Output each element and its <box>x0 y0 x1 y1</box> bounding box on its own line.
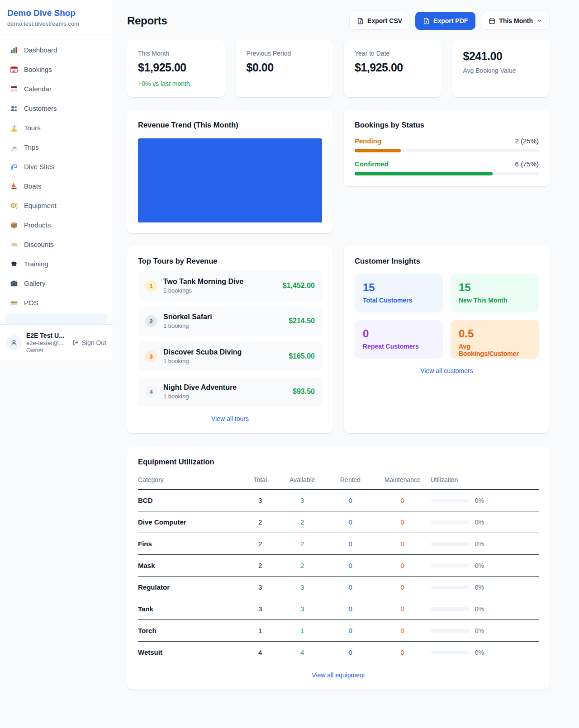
sidebar-item-equipment[interactable]: Equipment <box>5 197 107 214</box>
export-pdf-button[interactable]: Export PDF <box>415 12 475 30</box>
package-icon <box>10 221 18 229</box>
column-header: Utilization <box>431 473 539 490</box>
utilization-percent: 0% <box>475 519 484 526</box>
sidebar-item-label: Discounts <box>24 241 54 248</box>
sidebar-item-label: Dashboard <box>24 46 57 54</box>
page-header: Reports Export CSV Export PDF This Month <box>127 12 550 30</box>
cell-maintenance: 0 <box>375 490 431 511</box>
sailboat-icon <box>10 182 18 190</box>
user-role: Owner <box>26 347 68 354</box>
cell-total: 3 <box>242 577 278 598</box>
credit-card-icon <box>10 299 18 307</box>
graduation-cap-icon <box>10 260 18 268</box>
sidebar-item-products[interactable]: Products <box>5 217 107 233</box>
cell-category: Mask <box>138 555 242 577</box>
cell-rented: 0 <box>326 511 374 533</box>
sidebar-item-customers[interactable]: Customers <box>5 100 107 117</box>
chevron-down-icon <box>536 18 542 24</box>
cell-available: 4 <box>278 642 326 663</box>
tour-row: 1 Two Tank Morning Dive5 bookings $1,452… <box>138 271 322 301</box>
user-panel: E2E Test U... e2e-tester@... Owner Sign … <box>0 324 113 360</box>
revenue-trend-title: Revenue Trend (This Month) <box>138 121 322 129</box>
utilization-percent: 0% <box>475 584 484 591</box>
wave-icon <box>10 163 18 171</box>
tour-revenue: $1,452.00 <box>283 282 315 290</box>
sidebar-item-label: Training <box>24 260 48 268</box>
cell-rented: 0 <box>326 490 374 511</box>
status-value: 2 (25%) <box>515 137 539 145</box>
sign-out-button[interactable]: Sign Out <box>72 339 106 346</box>
period-dropdown[interactable]: This Month <box>481 12 550 30</box>
view-all-tours-link[interactable]: View all tours <box>138 415 322 422</box>
utilization-percent: 0% <box>475 605 484 613</box>
utilization-percent: 0% <box>475 627 484 634</box>
customer-insights-card: Customer Insights 15 Total Customers 15 … <box>344 246 550 433</box>
cell-maintenance: 0 <box>375 642 431 663</box>
sidebar-item-dashboard[interactable]: Dashboard <box>5 42 107 58</box>
top-tours-title: Top Tours by Revenue <box>138 257 322 265</box>
sidebar-item-bookings[interactable]: 17 Bookings <box>5 61 107 78</box>
utilization-bar <box>431 586 469 589</box>
stat-label: Avg Booking Value <box>463 67 539 74</box>
tour-bookings: 1 booking <box>163 358 282 364</box>
tour-name: Discover Scuba Diving <box>163 348 242 356</box>
file-download-icon <box>357 18 364 24</box>
tour-row: 3 Discover Scuba Diving1 booking $165.00 <box>138 341 322 371</box>
sidebar-item-gallery[interactable]: Gallery <box>5 275 107 292</box>
logout-icon <box>72 339 79 346</box>
sidebar-item-boats[interactable]: Boats <box>5 178 107 194</box>
cell-available: 3 <box>278 598 326 620</box>
tile-repeat-customers: 0 Repeat Customers <box>355 320 443 359</box>
main-content: Reports Export CSV Export PDF This Month… <box>113 0 579 709</box>
sidebar-item-trips[interactable]: Trips <box>5 139 107 156</box>
stat-card-avg-booking-value: $241.00 Avg Booking Value <box>452 40 550 97</box>
sidebar-item-calendar[interactable]: Calendar <box>5 80 107 97</box>
export-csv-button[interactable]: Export CSV <box>349 12 410 30</box>
tile-value: 0 <box>363 327 435 340</box>
sidebar-item-reports[interactable] <box>5 314 107 324</box>
sidebar-item-discounts[interactable]: Discounts <box>5 236 107 253</box>
tile-avg-bookings-customer: 0.5 Avg Bookings/Customer <box>451 320 539 359</box>
rank-badge: 3 <box>145 350 157 362</box>
cell-available: 1 <box>278 620 326 642</box>
tour-revenue: $214.50 <box>289 317 315 325</box>
table-row: Regulator 3 3 0 0 0% <box>138 577 539 598</box>
sidebar-item-label: Tours <box>24 124 41 132</box>
bookings-by-status-card: Bookings by Status Pending 2 (25%) Confi… <box>344 110 550 186</box>
cell-rented: 0 <box>326 598 374 620</box>
cell-total: 3 <box>242 598 278 620</box>
sidebar-item-pos[interactable]: POS <box>5 294 107 311</box>
cell-available: 2 <box>278 533 326 555</box>
file-download-icon <box>423 18 430 24</box>
cell-available: 3 <box>278 490 326 511</box>
utilization-percent: 0% <box>475 497 484 504</box>
table-row: Wetsuit 4 4 0 0 0% <box>138 642 539 663</box>
equipment-table: Category Total Available Rented Maintena… <box>138 473 539 663</box>
users-icon <box>10 104 18 113</box>
sidebar-item-tours[interactable]: Tours <box>5 119 107 136</box>
sidebar-item-label: Calendar <box>24 85 52 93</box>
view-all-equipment-link[interactable]: View all equipment <box>138 671 539 679</box>
cell-maintenance: 0 <box>375 511 431 533</box>
stat-value: $241.00 <box>463 50 539 63</box>
view-all-customers-link[interactable]: View all customers <box>355 367 539 374</box>
rank-badge: 4 <box>145 386 157 397</box>
rank-badge: 1 <box>145 280 157 292</box>
utilization-bar <box>431 564 469 567</box>
cell-rented: 0 <box>326 642 374 663</box>
stat-label: This Month <box>138 50 214 57</box>
table-row: Torch 1 1 0 0 0% <box>138 620 539 642</box>
cell-total: 3 <box>242 490 278 511</box>
stats-grid: This Month $1,925.00 +0% vs last month P… <box>127 40 550 97</box>
stat-card-year-to-date: Year to Date $1,925.00 <box>344 40 441 97</box>
charts-row: Revenue Trend (This Month) Bookings by S… <box>127 110 550 233</box>
stat-value: $1,925.00 <box>138 61 214 74</box>
utilization-bar <box>431 629 469 633</box>
sidebar-item-training[interactable]: Training <box>5 255 107 272</box>
sidebar: Demo Dive Shop demo.test.divestreams.com… <box>0 0 113 360</box>
tile-new-this-month: 15 New This Month <box>451 274 539 312</box>
sidebar-item-dive-sites[interactable]: Dive Sites <box>5 158 107 175</box>
tour-name: Night Dive Adventure <box>163 383 237 391</box>
column-header: Available <box>278 473 326 490</box>
insights-row: Top Tours by Revenue 1 Two Tank Morning … <box>127 246 550 433</box>
